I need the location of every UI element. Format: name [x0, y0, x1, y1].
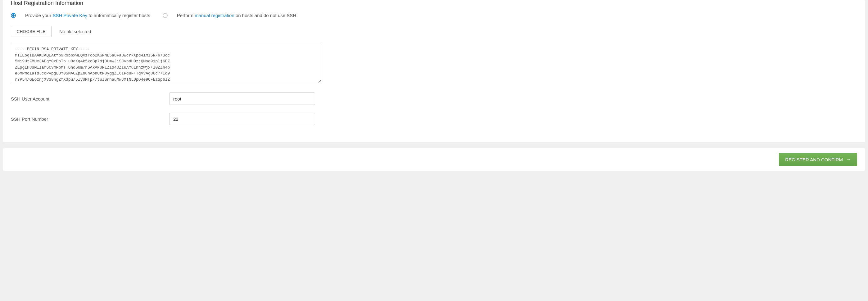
file-chooser-row: CHOOSE FILE No file selected [11, 26, 857, 37]
choose-file-button[interactable]: CHOOSE FILE [11, 26, 52, 37]
file-status-text: No file selected [59, 29, 91, 34]
ssh-user-row: SSH User Account [11, 93, 857, 105]
ssh-user-input[interactable] [169, 93, 315, 105]
arrow-right-icon: → [846, 157, 851, 162]
ssh-port-row: SSH Port Number [11, 113, 857, 125]
host-registration-card: Host Registration Information Provide yo… [3, 0, 865, 142]
radio-icon[interactable] [11, 13, 16, 18]
ssh-private-key-link[interactable]: SSH Private Key [53, 13, 87, 18]
radio-option-manual[interactable]: Perform manual registration on hosts and… [163, 13, 296, 18]
radio-label-manual[interactable]: Perform manual registration on hosts and… [177, 13, 296, 18]
footer-bar: REGISTER AND CONFIRM → [3, 148, 865, 171]
manual-registration-link[interactable]: manual registration [195, 13, 235, 18]
radio-icon[interactable] [163, 13, 168, 18]
register-confirm-button[interactable]: REGISTER AND CONFIRM → [779, 153, 857, 166]
radio-option-ssh[interactable]: Provide your SSH Private Key to automati… [11, 13, 150, 18]
registration-method-radios: Provide your SSH Private Key to automati… [11, 13, 857, 18]
section-title: Host Registration Information [11, 0, 857, 13]
radio-label-ssh[interactable]: Provide your SSH Private Key to automati… [25, 13, 150, 18]
ssh-user-label: SSH User Account [11, 96, 169, 101]
register-button-label: REGISTER AND CONFIRM [785, 157, 843, 162]
ssh-port-label: SSH Port Number [11, 116, 169, 122]
ssh-port-input[interactable] [169, 113, 315, 125]
ssh-key-textarea[interactable] [11, 43, 321, 83]
